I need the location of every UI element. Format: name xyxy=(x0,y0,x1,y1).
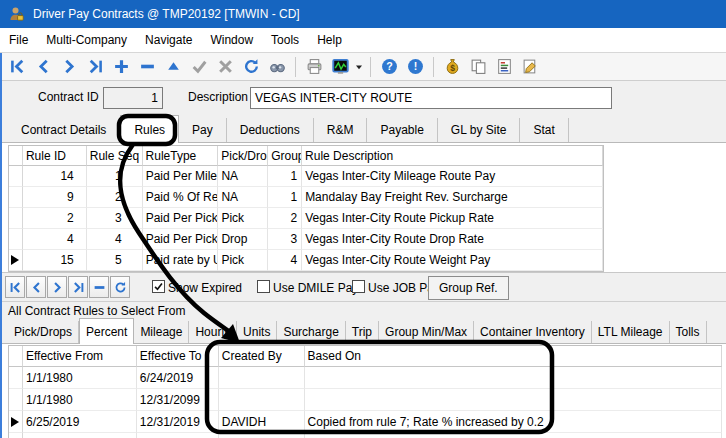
table-row[interactable]: 155Paid rate by UPick4Vegas Inter-City R… xyxy=(9,250,603,271)
grid-cell[interactable]: 9 xyxy=(23,187,87,208)
grid-cell[interactable]: 1 xyxy=(87,166,143,187)
nav-remove-button[interactable] xyxy=(89,276,109,298)
grid-cell[interactable]: 12/31/2019 xyxy=(137,411,219,433)
nav-first-button[interactable] xyxy=(5,276,25,298)
table-row[interactable]: 1/1/19806/24/2019 xyxy=(9,367,722,389)
grid-cell[interactable]: Copied from rule 7; Rate % increased by … xyxy=(305,411,722,433)
grid-cell[interactable]: 6/25/2019 xyxy=(23,411,137,433)
grid-cell[interactable]: Mandalay Bay Freight Rev. Surcharge xyxy=(302,187,603,208)
use-job-pay-checkbox[interactable] xyxy=(352,280,365,293)
grid-cell[interactable]: 1/1/1980 xyxy=(23,367,137,389)
grid-cell[interactable]: 4 xyxy=(23,229,87,250)
grid-cell[interactable]: 2 xyxy=(23,208,87,229)
remove-icon[interactable] xyxy=(135,55,159,79)
tab-units[interactable]: Units xyxy=(237,321,277,343)
tab-tolls[interactable]: Tolls xyxy=(670,321,707,343)
table-row[interactable]: 23Paid Per PickPick2Vegas Inter-City Rou… xyxy=(9,208,603,229)
nav-last-button[interactable] xyxy=(68,276,88,298)
grid-cell[interactable]: 12/31/2099 xyxy=(137,389,219,411)
grid-cell[interactable]: 2 xyxy=(87,187,143,208)
edit-icon[interactable] xyxy=(518,55,542,79)
grid-cell[interactable]: NA xyxy=(218,166,268,187)
grid-cell[interactable]: Paid Per Pick xyxy=(143,208,219,229)
grid-cell[interactable]: 1 xyxy=(268,166,302,187)
tab-deductions[interactable]: Deductions xyxy=(227,118,314,142)
use-dmile-pay-checkbox[interactable] xyxy=(257,280,270,293)
grid-cell[interactable]: Pick xyxy=(218,250,268,271)
tab-pay[interactable]: Pay xyxy=(179,118,227,142)
caret-down-icon[interactable] xyxy=(353,55,365,79)
grid-cell[interactable] xyxy=(23,433,137,438)
tab-hourly[interactable]: Hourly xyxy=(189,321,237,343)
nav-refresh-button[interactable] xyxy=(110,276,130,298)
next-icon[interactable] xyxy=(57,55,81,79)
grid-cell[interactable]: DAVIDH xyxy=(219,411,305,433)
grid-cell[interactable]: 2 xyxy=(268,208,302,229)
grid-cell[interactable]: Vegas Inter-City Route Weight Pay xyxy=(302,250,603,271)
monitor-icon[interactable] xyxy=(328,55,352,79)
grid-cell[interactable]: 3 xyxy=(87,208,143,229)
menu-item-help[interactable]: Help xyxy=(308,28,351,52)
grid-cell[interactable]: Paid Per Mile xyxy=(143,166,219,187)
grid-cell[interactable]: Drop xyxy=(218,229,268,250)
grid-cell[interactable]: 6/24/2019 xyxy=(137,367,219,389)
grid-cell[interactable]: 14 xyxy=(23,166,87,187)
grid-cell[interactable]: Paid rate by U xyxy=(143,250,219,271)
grid-cell[interactable] xyxy=(305,389,722,411)
money-icon[interactable]: $ xyxy=(440,55,464,79)
tab-percent[interactable]: Percent xyxy=(79,318,134,344)
contract-id-field[interactable]: 1 xyxy=(103,87,163,109)
grid-cell[interactable]: 1/1/1980 xyxy=(23,389,137,411)
grid-cell[interactable]: 5 xyxy=(87,250,143,271)
grid-cell[interactable]: 1 xyxy=(268,187,302,208)
table-row[interactable]: 141Paid Per MileNA1Vegas Inter-City Mile… xyxy=(9,166,603,187)
tab-pick-drops[interactable]: Pick/Drops xyxy=(8,321,79,343)
table-row[interactable]: 44Paid Per PickDrop3Vegas Inter-City Rou… xyxy=(9,229,603,250)
grid-cell[interactable]: Vegas Inter-City Route Pickup Rate xyxy=(302,208,603,229)
tab-group-min-max[interactable]: Group Min/Max xyxy=(379,321,474,343)
report-icon[interactable] xyxy=(492,55,516,79)
menu-item-file[interactable]: File xyxy=(0,28,37,52)
menu-item-multi-company[interactable]: Multi-Company xyxy=(37,28,136,52)
table-row[interactable]: 6/25/201912/31/2019DAVIDHCopied from rul… xyxy=(9,411,722,433)
last-icon[interactable] xyxy=(83,55,107,79)
help-icon[interactable]: ? xyxy=(377,55,401,79)
tab-mileage[interactable]: Mileage xyxy=(134,321,189,343)
grid-cell[interactable]: 3 xyxy=(268,229,302,250)
grid-cell[interactable] xyxy=(219,433,305,438)
tab-rules[interactable]: Rules xyxy=(120,115,179,143)
tab-payable[interactable]: Payable xyxy=(367,118,437,142)
menu-item-tools[interactable]: Tools xyxy=(262,28,308,52)
tab-stat[interactable]: Stat xyxy=(520,118,568,142)
find-icon[interactable] xyxy=(265,55,289,79)
print-icon[interactable] xyxy=(302,55,326,79)
group-ref-button[interactable]: Group Ref. xyxy=(428,276,509,300)
menu-item-window[interactable]: Window xyxy=(201,28,262,52)
prev-icon[interactable] xyxy=(31,55,55,79)
grid-cell[interactable] xyxy=(219,367,305,389)
grid-cell[interactable]: 4 xyxy=(87,229,143,250)
nav-next-button[interactable] xyxy=(47,276,67,298)
up-icon[interactable] xyxy=(161,55,185,79)
grid-cell[interactable]: Vegas Inter-City Mileage Route Pay xyxy=(302,166,603,187)
show-expired-checkbox[interactable] xyxy=(152,280,165,293)
table-row[interactable]: 92Paid % Of ReNA1Mandalay Bay Freight Re… xyxy=(9,187,603,208)
refresh-icon[interactable] xyxy=(239,55,263,79)
grid-cell[interactable]: Pick xyxy=(218,208,268,229)
nav-prev-button[interactable] xyxy=(26,276,46,298)
copy-icon[interactable] xyxy=(466,55,490,79)
menu-item-navigate[interactable]: Navigate xyxy=(136,28,201,52)
grid-cell[interactable] xyxy=(219,389,305,411)
grid-cell[interactable] xyxy=(305,367,722,389)
tab-container-inventory[interactable]: Container Inventory xyxy=(474,321,592,343)
grid-cell[interactable]: Vegas Inter-City Route Drop Rate xyxy=(302,229,603,250)
first-icon[interactable] xyxy=(5,55,29,79)
grid-cell[interactable]: Paid Per Pick xyxy=(143,229,219,250)
tab-ltl-mileage[interactable]: LTL Mileage xyxy=(592,321,670,343)
grid-cell[interactable]: 4 xyxy=(268,250,302,271)
cancel-icon[interactable] xyxy=(213,55,237,79)
about-icon[interactable]: ! xyxy=(403,55,427,79)
grid-cell[interactable]: NA xyxy=(218,187,268,208)
tab-r-m[interactable]: R&M xyxy=(314,118,368,142)
table-row[interactable]: 1/1/198012/31/2099 xyxy=(9,389,722,411)
